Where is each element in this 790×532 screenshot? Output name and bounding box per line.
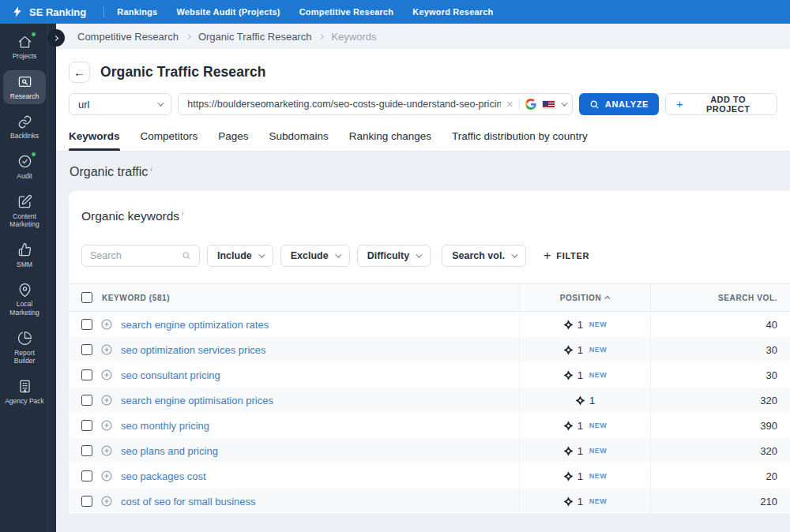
sidebar-item-smm[interactable]: SMM <box>3 238 46 273</box>
keyword-link[interactable]: search engine optimisation prices <box>121 395 273 406</box>
select-all-checkbox[interactable] <box>81 292 92 303</box>
serp-feature-icon[interactable] <box>563 370 574 380</box>
sidebar-item-content-marketing[interactable]: Content Marketing <box>3 190 46 233</box>
include-label: Include <box>217 250 252 261</box>
difficulty-dropdown[interactable]: Difficulty <box>357 245 431 267</box>
add-keyword-icon[interactable] <box>100 444 113 457</box>
keyword-column-header[interactable]: KEYWORD (581) <box>102 294 170 302</box>
serp-feature-icon[interactable] <box>563 345 574 355</box>
breadcrumb-organic-traffic-research[interactable]: Organic Traffic Research <box>198 31 312 43</box>
add-keyword-icon[interactable] <box>100 394 113 406</box>
table-row: seo optimization services prices 1 NEW <box>69 337 790 362</box>
breadcrumb-competitive-research[interactable]: Competitive Research <box>77 31 179 43</box>
keyword-link[interactable]: seo plans and pricing <box>121 445 218 457</box>
page-title: Organic Traffic Research <box>100 64 266 81</box>
add-keyword-icon[interactable] <box>100 470 113 482</box>
table-row: seo consultant pricing 1 NEW 30 <box>69 362 790 388</box>
sidebar-item-label: Agency Pack <box>5 397 44 406</box>
keyword-link[interactable]: seo optimization services prices <box>121 344 266 356</box>
serp-feature-icon[interactable] <box>575 395 585 406</box>
keyword-link[interactable]: cost of seo for small business <box>121 496 256 508</box>
row-checkbox[interactable] <box>81 344 92 355</box>
sidebar-item-report-builder[interactable]: Report Builder <box>3 327 46 369</box>
back-button[interactable]: ← <box>69 62 90 83</box>
sidebar-item-research[interactable]: Research <box>3 70 46 105</box>
sidebar-item-audit[interactable]: Audit <box>3 150 46 185</box>
keyword-link[interactable]: seo monthly pricing <box>121 420 209 432</box>
add-keyword-icon[interactable] <box>100 369 113 381</box>
position-value: 1 <box>577 445 583 457</box>
tab-pages[interactable]: Pages <box>218 130 248 151</box>
row-checkbox[interactable] <box>81 420 92 431</box>
keyword-search-wrap <box>81 245 200 267</box>
row-checkbox[interactable] <box>81 319 92 330</box>
chevron-down-icon <box>511 252 517 258</box>
search-vol-column-header[interactable]: SEARCH VOL. <box>650 284 790 311</box>
keyword-search-input[interactable] <box>90 250 177 261</box>
position-column-header[interactable]: POSITION <box>519 284 650 311</box>
new-badge[interactable]: NEW <box>589 371 608 379</box>
chevron-down-icon[interactable] <box>561 99 567 106</box>
tab-competitors[interactable]: Competitors <box>141 130 198 151</box>
new-badge[interactable]: NEW <box>589 320 608 328</box>
sidebar-item-backlinks[interactable]: Backlinks <box>3 110 46 144</box>
keyword-link[interactable]: seo consultant pricing <box>121 369 220 381</box>
info-icon[interactable]: i <box>150 165 152 173</box>
search-type-select[interactable]: url <box>69 93 171 115</box>
nav-item-website-audit[interactable]: Website Audit (Projects) <box>176 7 280 17</box>
search-volume-value: 20 <box>650 463 790 489</box>
serp-feature-icon[interactable] <box>563 320 574 330</box>
url-input[interactable] <box>187 99 500 110</box>
tab-keywords[interactable]: Keywords <box>69 130 120 151</box>
new-badge[interactable]: NEW <box>589 421 608 429</box>
serp-feature-icon[interactable] <box>563 471 574 481</box>
exclude-dropdown[interactable]: Exclude <box>280 245 350 267</box>
info-icon[interactable]: i <box>182 209 184 217</box>
new-badge[interactable]: NEW <box>589 346 608 354</box>
new-badge[interactable]: NEW <box>589 497 608 505</box>
add-to-project-button[interactable]: + ADD TO PROJECT <box>665 93 777 115</box>
analyze-button[interactable]: ANALYZE <box>579 93 659 115</box>
clear-icon[interactable]: ✕ <box>506 99 514 110</box>
nav-item-keyword-research[interactable]: Keyword Research <box>412 7 493 17</box>
sidebar-item-projects[interactable]: Projects <box>3 30 46 65</box>
thumbs-up-icon <box>17 242 32 258</box>
row-checkbox[interactable] <box>81 470 92 481</box>
sidebar-item-agency-pack[interactable]: Agency Pack <box>3 375 46 410</box>
search-type-value: url <box>78 99 89 111</box>
nav-item-rankings[interactable]: Rankings <box>117 7 157 17</box>
row-checkbox[interactable] <box>81 395 92 406</box>
new-badge[interactable]: NEW <box>589 447 608 455</box>
filter-bar: Include Exclude Difficulty Search vol. +… <box>69 245 790 267</box>
sidebar-collapse-toggle[interactable] <box>47 29 65 47</box>
serp-feature-icon[interactable] <box>563 446 574 456</box>
add-keyword-icon[interactable] <box>100 318 113 331</box>
map-pin-icon <box>17 282 32 298</box>
search-vol-dropdown[interactable]: Search vol. <box>442 245 526 267</box>
tab-traffic-distribution[interactable]: Traffic distribution by country <box>452 130 588 151</box>
add-filter-button[interactable]: + FILTER <box>544 249 589 263</box>
row-checkbox[interactable] <box>81 369 92 380</box>
new-badge[interactable]: NEW <box>589 472 608 480</box>
tab-ranking-changes[interactable]: Ranking changes <box>349 130 431 151</box>
difficulty-label: Difficulty <box>367 250 409 261</box>
add-keyword-icon[interactable] <box>100 419 113 432</box>
keyword-link[interactable]: seo packages cost <box>121 470 206 482</box>
include-dropdown[interactable]: Include <box>207 245 273 267</box>
serp-feature-icon[interactable] <box>563 421 574 431</box>
row-checkbox[interactable] <box>81 496 92 507</box>
tab-subdomains[interactable]: Subdomains <box>269 130 329 151</box>
add-keyword-icon[interactable] <box>100 343 113 356</box>
nav-item-competitive-research[interactable]: Competitive Research <box>299 7 394 17</box>
keyword-link[interactable]: search engine optimization rates <box>121 319 269 331</box>
chevron-down-icon <box>157 99 164 106</box>
sidebar-item-label: Projects <box>13 52 37 61</box>
add-keyword-icon[interactable] <box>100 495 113 508</box>
chevron-down-icon <box>335 252 341 258</box>
row-checkbox[interactable] <box>81 445 92 456</box>
chevron-down-icon <box>416 252 422 258</box>
sidebar-item-local-marketing[interactable]: Local Marketing <box>3 278 46 320</box>
serp-feature-icon[interactable] <box>563 496 574 507</box>
sidebar-item-label: Research <box>10 92 39 101</box>
se-ranking-logo[interactable]: SE Ranking <box>11 6 86 18</box>
